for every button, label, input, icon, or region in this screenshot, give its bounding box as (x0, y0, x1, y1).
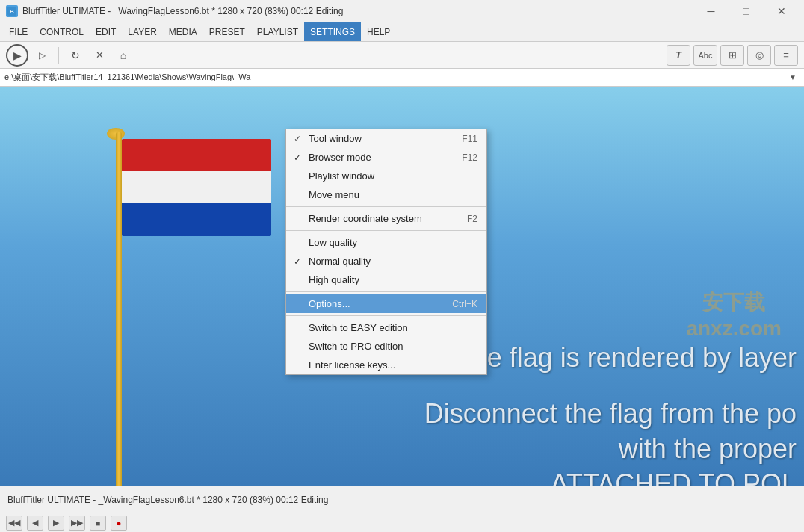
menu-playlist[interactable]: PLAYLIST (251, 22, 304, 41)
prev-button[interactable]: ◀ (27, 516, 43, 531)
separator-3 (286, 291, 486, 292)
menu-item-options[interactable]: Options... Ctrl+K (286, 294, 486, 313)
home-button[interactable]: ⌂ (113, 46, 134, 65)
abc-tool-button[interactable]: Abc (693, 45, 717, 66)
menu-item-browser-mode[interactable]: ✓ Browser mode F12 (286, 148, 486, 167)
refresh-button[interactable]: ↻ (65, 46, 86, 65)
close-button[interactable]: ✕ (764, 1, 798, 22)
menu-layer[interactable]: LAYER (122, 22, 162, 41)
flag-stripe-red (122, 139, 271, 171)
address-input[interactable] (4, 73, 786, 82)
maximize-button[interactable]: □ (729, 1, 763, 22)
forward-button[interactable]: ▷ (31, 46, 52, 65)
image-tool-button[interactable]: ⊞ (720, 45, 744, 66)
toolbar-right: T Abc ⊞ ◎ ≡ (667, 45, 798, 66)
address-dropdown-button[interactable]: ▼ (786, 71, 800, 84)
menu-item-playlist-window[interactable]: Playlist window (286, 167, 486, 185)
menu-settings[interactable]: SETTINGS (304, 22, 361, 41)
flag-stripe-blue (122, 203, 271, 236)
scene-text-2: Disconnect the flag from the po with the… (424, 397, 804, 486)
window-controls: ─ □ ✕ (694, 1, 798, 22)
title-bar: B BluffTitler ULTIMATE - _WavingFlagLess… (0, 0, 804, 22)
record-button[interactable]: ● (111, 516, 127, 531)
play-button[interactable]: ▶ (6, 44, 28, 66)
menu-preset[interactable]: PRESET (203, 22, 251, 41)
check-browser-mode: ✓ (294, 152, 301, 163)
menu-item-high-quality[interactable]: High quality (286, 270, 486, 289)
menu-media[interactable]: MEDIA (163, 22, 203, 41)
menu-item-render-coordinate[interactable]: Render coordinate system F2 (286, 209, 486, 228)
settings-dropdown-menu: ✓ Tool window F11 ✓ Browser mode F12 Pla… (285, 129, 487, 375)
check-tool-window: ✓ (294, 134, 301, 144)
main-content: The flag is rendered by layer Disconnect… (0, 87, 804, 486)
menu-item-normal-quality[interactable]: ✓ Normal quality (286, 252, 486, 270)
toolbar: ▶ ▷ ↻ ✕ ⌂ T Abc ⊞ ◎ ≡ (0, 42, 804, 69)
menu-item-tool-window[interactable]: ✓ Tool window F11 (286, 129, 486, 148)
window-title: BluffTitler ULTIMATE - _WavingFlagLesson… (22, 6, 694, 16)
rewind-button[interactable]: ◀◀ (6, 516, 22, 531)
flag-pole (116, 132, 122, 486)
stop-button[interactable]: ✕ (89, 46, 110, 65)
flag (122, 139, 271, 236)
menu-item-low-quality[interactable]: Low quality (286, 233, 486, 252)
flag-stripe-white (122, 171, 271, 203)
bottom-toolbar: ◀◀ ◀ ▶ ▶▶ ■ ● (0, 513, 804, 532)
app-icon: B (6, 5, 18, 17)
menu-item-move-menu[interactable]: Move menu (286, 185, 486, 204)
menu-file[interactable]: FILE (3, 22, 34, 41)
stop-bottom-button[interactable]: ■ (90, 516, 106, 531)
menu-tool-button[interactable]: ≡ (774, 45, 798, 66)
scene-text-1: The flag is rendered by layer (456, 341, 804, 376)
fast-forward-button[interactable]: ▶▶ (69, 516, 85, 531)
play-bottom-button[interactable]: ▶ (48, 516, 64, 531)
menu-item-enter-license[interactable]: Enter license keys... (286, 356, 486, 374)
status-bar: BluffTitler ULTIMATE - _WavingFlagLesson… (0, 486, 804, 513)
separator-1 (286, 206, 486, 207)
watermark: 安下载 anxz.com (686, 288, 782, 341)
menu-help[interactable]: HELP (361, 22, 396, 41)
status-text: BluffTitler ULTIMATE - _WavingFlagLesson… (7, 495, 328, 505)
separator-2 (286, 230, 486, 231)
svg-text:B: B (10, 8, 14, 15)
address-bar: ▼ (0, 69, 804, 87)
separator-4 (286, 315, 486, 316)
text-tool-button[interactable]: T (667, 45, 690, 66)
menu-control[interactable]: CONTROL (34, 22, 90, 41)
menu-bar: FILE CONTROL EDIT LAYER MEDIA PRESET PLA… (0, 22, 804, 42)
toolbar-separator-1 (58, 47, 59, 64)
menu-edit[interactable]: EDIT (90, 22, 122, 41)
check-normal-quality: ✓ (294, 256, 301, 267)
minimize-button[interactable]: ─ (694, 1, 728, 22)
menu-item-switch-easy[interactable]: Switch to EASY edition (286, 318, 486, 337)
rotate-tool-button[interactable]: ◎ (747, 45, 771, 66)
menu-item-switch-pro[interactable]: Switch to PRO edition (286, 337, 486, 356)
